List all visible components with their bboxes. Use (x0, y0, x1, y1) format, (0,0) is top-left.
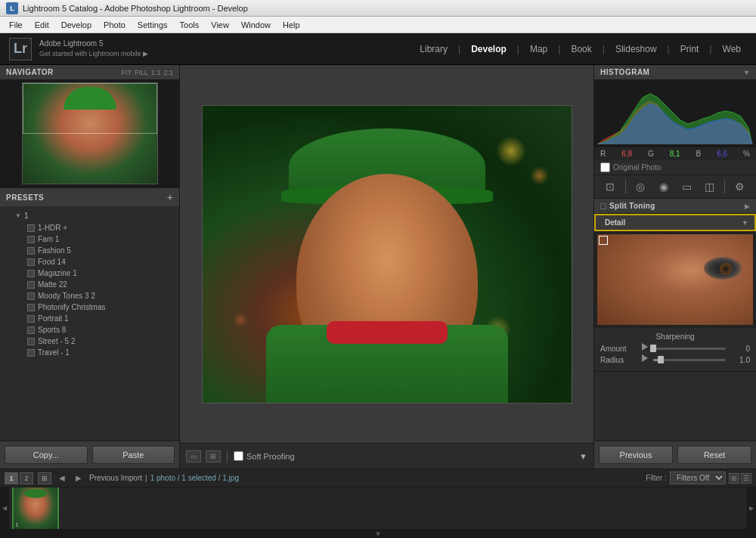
preset-group-label[interactable]: ▼ 1 (0, 209, 179, 222)
menu-file[interactable]: File (3, 19, 29, 31)
previous-button[interactable]: Previous (599, 446, 673, 464)
menu-tools[interactable]: Tools (174, 19, 206, 31)
crop-tool[interactable]: ⊡ (602, 178, 618, 195)
filmstrip-expand[interactable]: ⊞ (729, 473, 739, 484)
preset-item-food14[interactable]: Food 14 (0, 256, 179, 267)
nav-web[interactable]: Web (717, 41, 747, 57)
nav-map[interactable]: Map (524, 41, 553, 57)
original-photo-checkbox[interactable] (600, 162, 610, 172)
preset-item-street52[interactable]: Street - 5 2 (0, 335, 179, 347)
file-count-label[interactable]: 1 photo / 1 selected / 1.jpg (150, 474, 239, 482)
group-triangle: ▼ (15, 212, 21, 219)
brush-tool[interactable]: ▭ (678, 178, 695, 195)
detail-header[interactable]: Detail ▼ (594, 214, 756, 231)
menu-develop[interactable]: Develop (55, 19, 98, 31)
preset-icon (27, 224, 35, 232)
preset-item-hdr[interactable]: 1-HDR + (0, 222, 179, 233)
soft-proofing-checkbox[interactable] (234, 451, 243, 461)
menu-edit[interactable]: Edit (29, 19, 55, 31)
preset-item-portrait1[interactable]: Portrait 1 (0, 313, 179, 324)
face-area (281, 128, 493, 393)
menu-settings[interactable]: Settings (132, 19, 174, 31)
radius-thumb[interactable] (658, 356, 664, 363)
menu-photo[interactable]: Photo (98, 19, 132, 31)
presets-add-icon[interactable]: + (167, 191, 173, 203)
filmstrip-collapse[interactable]: ☰ (741, 473, 751, 484)
filmstrip-next-arrow[interactable]: ▶ (73, 472, 85, 484)
zoom-1-1[interactable]: 1:1 (151, 69, 161, 76)
preset-item-photonify[interactable]: Photonify Christmas (0, 301, 179, 313)
page-btn-2[interactable]: 2 (20, 472, 33, 484)
filmstrip-right-end[interactable]: ▶ (747, 487, 756, 529)
b-label: B (696, 150, 702, 158)
mobile-text[interactable]: Get started with Lightroom mobile ▶ (39, 49, 148, 59)
page-btn-1[interactable]: 1 (5, 472, 18, 484)
navigator-header[interactable]: Navigator FIT FILL 1:1 2:1 (0, 65, 179, 79)
filmstrip-toggle[interactable]: ▼ (374, 530, 382, 538)
preset-item-moodytones[interactable]: Moody Tones 3 2 (0, 290, 179, 301)
import-label[interactable]: Previous Import (89, 474, 142, 482)
left-panel-buttons: Copy... Paste (0, 441, 179, 468)
menu-window[interactable]: Window (235, 19, 277, 31)
preset-item-fam1[interactable]: Fam 1 (0, 233, 179, 245)
amount-slider[interactable] (653, 348, 726, 350)
detail-locator-icon[interactable] (599, 236, 608, 245)
compare-icon[interactable]: ⊞ (206, 450, 221, 462)
histogram-header[interactable]: Histogram ▼ (594, 65, 756, 79)
view-icon[interactable]: ▭ (186, 450, 201, 462)
grid-view-btn[interactable]: ⊞ (38, 472, 51, 484)
histogram-panel: Histogram ▼ R 6,8 G (594, 65, 756, 175)
soft-proofing-toggle[interactable]: Soft Proofing (234, 451, 295, 461)
redeye-tool[interactable]: ◉ (655, 178, 672, 195)
histogram-svg (597, 82, 753, 144)
reset-button[interactable]: Reset (677, 446, 751, 464)
toolbar-dropdown[interactable]: ▼ (579, 452, 587, 461)
filmstrip-prev-arrow[interactable]: ◀ (56, 472, 68, 484)
zoom-2-1[interactable]: 2:1 (163, 69, 173, 76)
zoom-fill[interactable]: FILL (135, 69, 148, 76)
filmstrip-left-end[interactable]: ◀ (0, 487, 9, 529)
zoom-fit[interactable]: FIT (121, 69, 132, 76)
nav-print[interactable]: Print (674, 41, 705, 57)
preset-item-matte22[interactable]: Matte 22 (0, 279, 179, 290)
nav-book[interactable]: Book (565, 41, 597, 57)
sharpening-title: Sharpening (600, 332, 750, 341)
amount-value: 0 (729, 345, 750, 353)
nav-develop[interactable]: Develop (465, 41, 513, 57)
menu-view[interactable]: View (205, 19, 235, 31)
filmstrip-bottom: ▼ (0, 529, 756, 538)
window-title: Lightroom 5 Catalog - Adobe Photoshop Li… (23, 4, 248, 13)
detail-section: Detail ▼ Sharpening (594, 214, 756, 372)
nav-library[interactable]: Library (414, 41, 454, 57)
presets-header[interactable]: Presets + (0, 188, 179, 206)
preset-item-fashion5[interactable]: Fashion 5 (0, 245, 179, 256)
filmstrip-photo-1[interactable]: 1 (12, 487, 59, 529)
navigator-preview-box (23, 83, 157, 134)
dropdown-arrow[interactable]: ▼ (579, 452, 587, 461)
split-toning-header[interactable]: Split Toning ▶ (594, 199, 756, 213)
slider-tool[interactable]: ⚙ (732, 178, 748, 195)
lightroom-logo: Lr (9, 38, 32, 60)
preset-icon (27, 247, 35, 255)
preset-item-sports8[interactable]: Sports 8 (0, 324, 179, 335)
spot-removal-tool[interactable]: ◎ (632, 178, 649, 195)
navigator-preview[interactable] (0, 79, 179, 187)
preset-item-travel1[interactable]: Travel - 1 (0, 347, 179, 358)
radius-slider[interactable] (653, 359, 726, 361)
histogram-arrow: ▼ (743, 69, 750, 76)
nav-slideshow[interactable]: Slideshow (609, 41, 663, 57)
filmstrip-info: Previous Import | 1 photo / 1 selected /… (89, 474, 239, 482)
filter-tool[interactable]: ◫ (702, 178, 718, 195)
paste-button[interactable]: Paste (92, 446, 175, 464)
top-nav-left: Lr Adobe Lightroom 5 Get started with Li… (9, 38, 148, 60)
tool-row: ⊡ ◎ ◉ ▭ ◫ ⚙ (594, 175, 756, 199)
amount-thumb[interactable] (650, 345, 656, 352)
split-toning-arrow: ▶ (745, 203, 750, 210)
adobe-title: Adobe Lightroom 5 (39, 39, 148, 49)
copy-button[interactable]: Copy... (5, 446, 88, 464)
preset-item-magazine1[interactable]: Magazine 1 (0, 267, 179, 279)
filter-select[interactable]: Filters Off (670, 472, 726, 484)
histogram-canvas (594, 79, 756, 147)
radius-label: Radius (600, 356, 638, 364)
menu-help[interactable]: Help (277, 19, 306, 31)
